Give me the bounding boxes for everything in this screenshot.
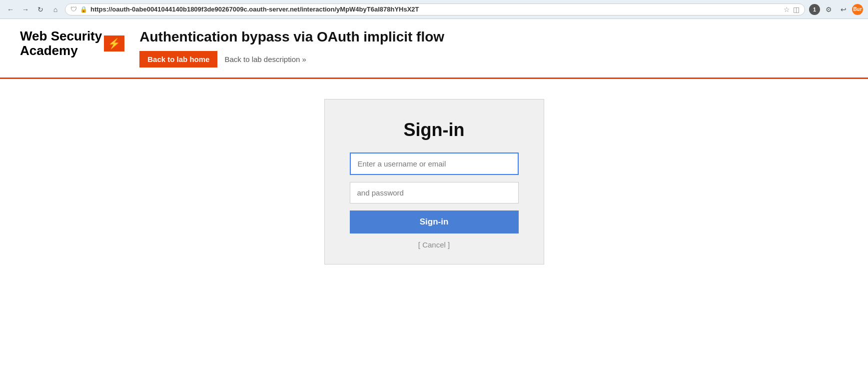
browser-toolbar: 1 ⚙ ↩ Bur <box>809 3 863 16</box>
qr-button[interactable]: ◫ <box>793 6 800 14</box>
browser-chrome: ← → ↻ ⌂ 🛡 🔒 https://oauth-0abe0041044140… <box>0 0 868 19</box>
signin-title: Sign-in <box>404 120 465 140</box>
bookmark-button[interactable]: ☆ <box>784 6 790 14</box>
extension-2-button[interactable]: ⚙ <box>822 3 835 16</box>
signin-card: Sign-in Sign-in [ Cancel ] <box>324 99 544 264</box>
url-text: https://oauth-0abe0041044140b1809f3de902… <box>90 6 781 13</box>
page-title: Authentication bypass via OAuth implicit… <box>139 29 444 45</box>
header-actions: Back to lab home Back to lab description… <box>139 51 444 68</box>
site-header: Web Security Academy ⚡ Authentication by… <box>0 19 868 68</box>
back-arrow-button[interactable]: ↩ <box>837 3 850 16</box>
password-input[interactable] <box>350 182 519 204</box>
lock-icon: 🔒 <box>80 6 87 13</box>
extension-1-button[interactable]: 1 <box>809 4 820 15</box>
logo-icon: ⚡ <box>104 36 124 52</box>
cancel-button[interactable]: [ Cancel ] <box>418 240 450 249</box>
reload-button[interactable]: ↻ <box>35 4 46 15</box>
back-button[interactable]: ← <box>5 4 16 15</box>
username-input[interactable] <box>350 152 519 175</box>
shield-icon: 🛡 <box>70 6 77 13</box>
home-button[interactable]: ⌂ <box>50 4 61 15</box>
main-content: Sign-in Sign-in [ Cancel ] <box>0 79 868 284</box>
forward-button[interactable]: → <box>20 4 31 15</box>
burp-suite-button[interactable]: Bur <box>852 4 863 15</box>
header-right: Authentication bypass via OAuth implicit… <box>139 29 444 68</box>
back-to-description-link[interactable]: Back to lab description » <box>224 55 306 64</box>
logo-text: Web Security Academy <box>20 29 102 58</box>
logo: Web Security Academy ⚡ <box>20 29 124 58</box>
signin-button[interactable]: Sign-in <box>350 210 519 234</box>
back-to-lab-button[interactable]: Back to lab home <box>139 51 217 68</box>
address-bar[interactable]: 🛡 🔒 https://oauth-0abe0041044140b1809f3d… <box>65 4 805 16</box>
